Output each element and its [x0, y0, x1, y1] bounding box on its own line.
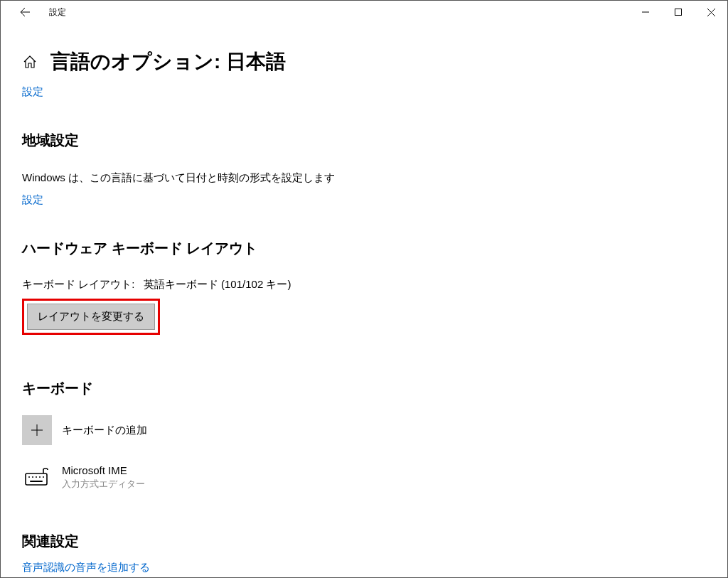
- ime-text-stack: Microsoft IME 入力方式エディター: [62, 464, 145, 491]
- page-title: 言語のオプション: 日本語: [50, 48, 286, 75]
- maximize-button[interactable]: [662, 1, 695, 23]
- highlight-box: レイアウトを変更する: [22, 299, 160, 335]
- keyboard-layout-info: キーボード レイアウト: 英語キーボード (101/102 キー): [22, 278, 706, 291]
- add-button[interactable]: [22, 415, 52, 445]
- add-keyboard-label: キーボードの追加: [62, 424, 147, 437]
- layout-label: キーボード レイアウト:: [22, 278, 134, 290]
- page-header: 言語のオプション: 日本語: [22, 48, 706, 75]
- svg-rect-1: [675, 9, 682, 16]
- keyboard-section-title: キーボード: [22, 379, 706, 398]
- ime-subtitle: 入力方式エディター: [62, 478, 145, 491]
- window-controls: [629, 1, 727, 23]
- settings-link[interactable]: 設定: [22, 85, 43, 99]
- region-section-title: 地域設定: [22, 131, 706, 150]
- change-layout-button[interactable]: レイアウトを変更する: [27, 304, 155, 330]
- region-description: Windows は、この言語に基づいて日付と時刻の形式を設定します: [22, 170, 706, 185]
- minimize-button[interactable]: [629, 1, 662, 23]
- keyboard-icon: [22, 462, 52, 492]
- close-button[interactable]: [695, 1, 727, 23]
- add-keyboard-row[interactable]: キーボードの追加: [22, 415, 706, 445]
- region-settings-link[interactable]: 設定: [22, 193, 43, 207]
- close-icon: [707, 9, 715, 16]
- plus-icon: [30, 423, 44, 437]
- titlebar: 設定: [1, 1, 727, 23]
- minimize-icon: [642, 9, 649, 16]
- window-title: 設定: [49, 6, 66, 18]
- home-icon[interactable]: [22, 54, 38, 70]
- maximize-icon: [675, 9, 682, 16]
- back-button[interactable]: [12, 1, 38, 23]
- speech-link[interactable]: 音声認識の音声を追加する: [22, 561, 150, 574]
- layout-value: 英語キーボード (101/102 キー): [144, 278, 291, 290]
- hardware-section-title: ハードウェア キーボード レイアウト: [22, 239, 706, 258]
- content-area: 言語のオプション: 日本語 設定 地域設定 Windows は、この言語に基づい…: [1, 48, 727, 574]
- arrow-left-icon: [19, 6, 31, 18]
- ime-name: Microsoft IME: [62, 464, 145, 476]
- svg-rect-6: [26, 473, 47, 485]
- related-section-title: 関連設定: [22, 532, 706, 551]
- ime-row[interactable]: Microsoft IME 入力方式エディター: [22, 462, 706, 492]
